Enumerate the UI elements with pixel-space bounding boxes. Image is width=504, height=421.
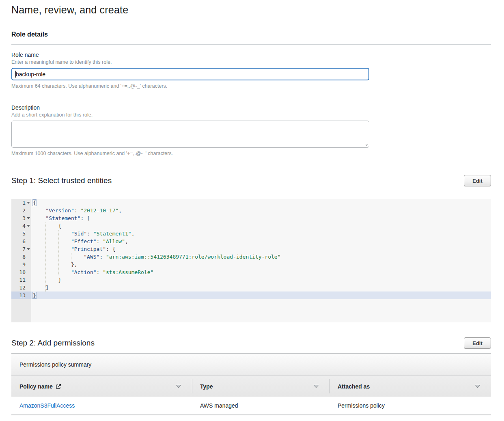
line-number: 4: [11, 222, 31, 230]
line-number: 5: [11, 230, 31, 237]
role-name-hint: Enter a meaningful name to identify this…: [11, 59, 491, 65]
policy-table-header: Policy nameTypeAttached as: [11, 376, 491, 397]
fold-arrow-icon[interactable]: [27, 225, 30, 227]
code-text: },: [31, 261, 78, 268]
trust-policy-editor[interactable]: 1{2 "Version": "2012-10-17",3 "Statement…: [11, 199, 491, 322]
resize-handle-icon[interactable]: [364, 142, 368, 147]
description-textarea[interactable]: [11, 121, 369, 148]
code-line: 2 "Version": "2012-10-17",: [11, 207, 491, 214]
line-number: 6: [11, 237, 31, 245]
policy-table-body: AmazonS3FullAccessAWS managedPermissions…: [11, 397, 491, 415]
indent-guide: [58, 230, 59, 276]
line-number: 3: [11, 214, 31, 222]
permissions-summary-panel: Permissions policy summary Policy nameTy…: [11, 353, 491, 415]
role-name-input-wrap: [11, 68, 369, 80]
code-text: "Sid": "Statement1",: [31, 230, 134, 237]
policy-name-link[interactable]: AmazonS3FullAccess: [11, 397, 192, 415]
line-number: 2: [11, 207, 31, 214]
column-header-label: Policy name: [19, 383, 61, 390]
description-constraint: Maximum 1000 characters. Use alphanumeri…: [11, 151, 491, 156]
line-number: 7: [11, 245, 31, 253]
table-row: AmazonS3FullAccessAWS managedPermissions…: [11, 397, 491, 415]
code-line: 13}: [11, 291, 491, 299]
indent-guide: [71, 253, 71, 268]
role-details-heading: Role details: [11, 31, 491, 38]
sort-triangle-icon[interactable]: [313, 384, 319, 388]
description-hint: Add a short explanation for this role.: [11, 112, 491, 118]
column-header[interactable]: Type: [192, 376, 330, 397]
fold-arrow-icon[interactable]: [27, 202, 30, 204]
sort-triangle-icon[interactable]: [176, 384, 181, 388]
code-line: 11 }: [11, 276, 491, 284]
policy-editor-lines: 1{2 "Version": "2012-10-17",3 "Statement…: [11, 199, 491, 299]
fold-arrow-icon[interactable]: [27, 217, 30, 219]
code-text: }: [31, 291, 36, 299]
line-number: 9: [11, 261, 31, 268]
code-line: 8 "AWS": "arn:aws:iam::541263489771:role…: [11, 253, 491, 261]
page: Name, review, and create Role details Ro…: [11, 4, 491, 415]
code-line: 3 "Statement": [: [11, 214, 491, 222]
column-header-label: Type: [200, 383, 213, 390]
code-text: {: [31, 222, 61, 230]
code-text: "Statement": [: [31, 214, 90, 222]
code-text: "Action": "sts:AssumeRole": [31, 268, 153, 276]
code-text: "Principal": {: [31, 245, 116, 253]
step2-header: Step 2: Add permissions Edit: [11, 337, 491, 349]
external-link-icon: [56, 384, 61, 389]
column-header[interactable]: Policy name: [11, 376, 192, 397]
line-number: 8: [11, 253, 31, 261]
line-number: 13: [11, 291, 31, 299]
step1-edit-button[interactable]: Edit: [464, 175, 491, 186]
column-header-label: Attached as: [338, 383, 370, 390]
line-number: 11: [11, 276, 31, 284]
description-textarea-wrap: [11, 121, 369, 148]
sort-triangle-icon[interactable]: [475, 384, 480, 388]
role-name-input[interactable]: [11, 68, 369, 80]
code-line: 9 },: [11, 261, 491, 268]
step1-title: Step 1: Select trusted entities: [11, 176, 112, 185]
column-header[interactable]: Attached as: [330, 376, 491, 397]
table-cell: Permissions policy: [330, 397, 491, 415]
description-label: Description: [11, 104, 491, 111]
text-caret: [15, 71, 16, 78]
code-line: 1{: [11, 199, 491, 207]
line-number: 12: [11, 284, 31, 291]
code-line: 6 "Effect": "Allow",: [11, 237, 491, 245]
code-text: }: [31, 276, 61, 284]
code-line: 5 "Sid": "Statement1",: [11, 230, 491, 237]
role-name-constraint: Maximum 64 characters. Use alphanumeric …: [11, 83, 491, 89]
line-number: 10: [11, 268, 31, 276]
code-text: "Version": "2012-10-17",: [31, 207, 122, 214]
fold-arrow-icon[interactable]: [27, 248, 30, 250]
page-title: Name, review, and create: [11, 4, 491, 16]
permissions-summary-title: Permissions policy summary: [11, 354, 491, 376]
step2-edit-button[interactable]: Edit: [464, 337, 491, 349]
code-line: 10 "Action": "sts:AssumeRole": [11, 268, 491, 276]
code-line: 12 ]: [11, 284, 491, 291]
code-line: 4 {: [11, 222, 491, 230]
line-number: 1: [11, 199, 31, 207]
table-cell: AWS managed: [192, 397, 330, 415]
section-divider: [11, 44, 491, 45]
step1-header: Step 1: Select trusted entities Edit: [11, 175, 491, 186]
code-text: ]: [31, 284, 49, 291]
code-line: 7 "Principal": {: [11, 245, 491, 253]
indent-guide: [45, 222, 46, 291]
code-text: "AWS": "arn:aws:iam::541263489771:role/w…: [31, 253, 281, 261]
step2-title: Step 2: Add permissions: [11, 339, 95, 348]
code-text: {: [31, 199, 36, 207]
role-name-label: Role name: [11, 52, 491, 58]
